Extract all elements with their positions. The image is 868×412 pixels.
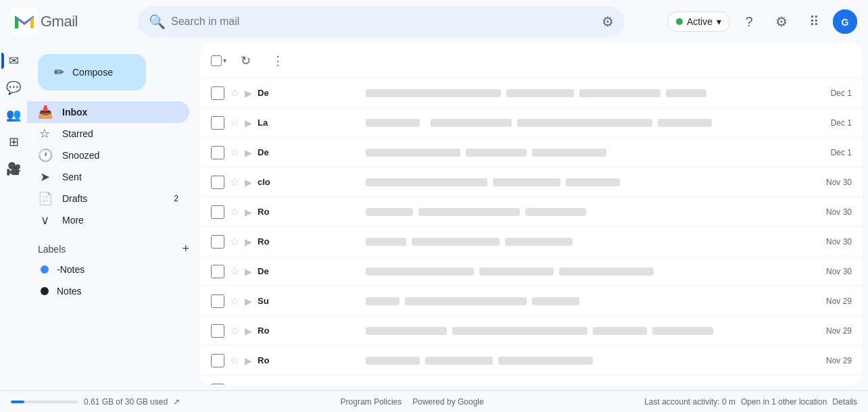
- select-dropdown-icon[interactable]: ▾: [223, 57, 226, 64]
- important-icon[interactable]: ▶: [245, 118, 252, 128]
- apps-button[interactable]: ⠿: [800, 8, 827, 35]
- table-row[interactable]: ☆ ▶ Ro Nov 29: [200, 316, 863, 346]
- sidebar-item-drafts[interactable]: 📄 Drafts 2: [27, 188, 189, 209]
- icon-nav-mail[interactable]: ✉: [1, 49, 26, 73]
- more-options-button[interactable]: ⋮: [264, 47, 291, 74]
- important-icon[interactable]: ▶: [245, 147, 252, 158]
- label-item-notes-blue[interactable]: -Notes: [38, 259, 189, 280]
- star-icon[interactable]: ☆: [230, 176, 239, 188]
- table-row[interactable]: ☆ ▶ clo Nov 30: [200, 168, 863, 197]
- email-checkbox[interactable]: [211, 235, 224, 249]
- details-link[interactable]: Details: [832, 397, 857, 407]
- important-icon[interactable]: ▶: [245, 296, 252, 307]
- refresh-button[interactable]: ↻: [232, 47, 259, 74]
- external-link-icon[interactable]: ↗: [173, 397, 180, 407]
- icon-nav-meet2[interactable]: 🎥: [1, 157, 26, 181]
- footer-storage: 0.61 GB of 30 GB used ↗: [11, 397, 180, 407]
- select-all-checkbox[interactable]: [211, 55, 222, 66]
- table-row[interactable]: ☆ ▶ De Dec 1: [200, 138, 863, 168]
- compose-button[interactable]: ✏ Compose: [38, 54, 146, 91]
- important-icon[interactable]: ▶: [245, 207, 252, 217]
- help-button[interactable]: ?: [736, 8, 763, 35]
- table-row[interactable]: ☆ ▶ Ro Nov 29: [200, 346, 863, 376]
- email-checkbox[interactable]: [211, 146, 224, 159]
- email-snippet-block: [517, 119, 652, 127]
- sidebar-item-more[interactable]: ∨ More: [27, 209, 189, 231]
- active-status-button[interactable]: Active ▾: [667, 11, 730, 32]
- sidebar-item-inbox[interactable]: 📥 Inbox: [27, 101, 189, 123]
- email-checkbox[interactable]: [211, 176, 224, 189]
- email-date: Nov 30: [818, 207, 852, 217]
- icon-nav-meet[interactable]: 👥: [1, 103, 26, 127]
- important-icon[interactable]: ▶: [245, 385, 252, 386]
- star-icon[interactable]: ☆: [230, 265, 239, 278]
- user-avatar-icon: G: [833, 9, 857, 34]
- sender-name: De: [258, 147, 366, 157]
- table-row[interactable]: ☆ ▶ Ro Nov 30: [200, 197, 863, 227]
- email-checkbox[interactable]: [211, 384, 224, 386]
- important-icon[interactable]: ▶: [245, 177, 252, 188]
- important-icon[interactable]: ▶: [245, 88, 252, 99]
- star-icon[interactable]: ☆: [230, 294, 239, 307]
- important-icon[interactable]: ▶: [245, 236, 252, 247]
- sidebar-item-snoozed[interactable]: 🕐 Snoozed: [27, 145, 189, 166]
- table-row[interactable]: ☆ ▶ Su Nov 29: [200, 286, 863, 316]
- star-icon[interactable]: ☆: [230, 116, 239, 129]
- search-input[interactable]: [171, 16, 596, 28]
- table-row[interactable]: ☆ ▶ La Dec 1: [200, 108, 863, 138]
- labels-section: Labels + -Notes Notes: [27, 231, 200, 305]
- star-icon[interactable]: ☆: [230, 146, 239, 159]
- email-checkbox[interactable]: [211, 265, 224, 278]
- icon-nav-spaces[interactable]: ⊞: [1, 130, 26, 154]
- sender-name: Ro: [258, 355, 366, 365]
- table-row[interactable]: ☆ ▶ Ro Nov 29: [200, 376, 863, 385]
- powered-by-google-link[interactable]: Powered by Google: [412, 397, 483, 407]
- table-row[interactable]: ☆ ▶ Ro Nov 30: [200, 227, 863, 257]
- star-icon[interactable]: ☆: [230, 86, 239, 99]
- star-icon[interactable]: ☆: [230, 384, 239, 385]
- email-checkbox[interactable]: [211, 116, 224, 130]
- topbar-right: Active ▾ ? ⚙ ⠿ G: [667, 8, 857, 35]
- footer: 0.61 GB of 30 GB used ↗ Program Policies…: [0, 390, 868, 412]
- sidebar-item-starred[interactable]: ☆ Starred: [27, 123, 189, 145]
- star-icon[interactable]: ☆: [230, 235, 239, 248]
- avatar[interactable]: G: [833, 9, 857, 34]
- labels-header: Labels +: [38, 236, 189, 259]
- labels-title: Labels: [38, 244, 66, 255]
- icon-nav-chat[interactable]: 💬: [1, 76, 26, 100]
- table-row[interactable]: ☆ ▶ De Nov 30: [200, 257, 863, 286]
- important-icon[interactable]: ▶: [245, 266, 252, 277]
- email-content: [366, 89, 813, 97]
- active-label: Active: [687, 16, 713, 27]
- settings-button[interactable]: ⚙: [768, 8, 795, 35]
- important-icon[interactable]: ▶: [245, 326, 252, 336]
- email-snippet-block: [366, 238, 406, 246]
- email-checkbox[interactable]: [211, 354, 224, 367]
- email-snippet-block: [532, 297, 579, 305]
- email-checkbox[interactable]: [211, 294, 224, 308]
- add-label-button[interactable]: +: [182, 242, 189, 256]
- table-row[interactable]: ☆ ▶ De Dec 1: [200, 78, 863, 108]
- email-checkbox[interactable]: [211, 324, 224, 338]
- star-icon[interactable]: ☆: [230, 354, 239, 367]
- sidebar-item-snoozed-label: Snoozed: [62, 150, 99, 161]
- email-checkbox[interactable]: [211, 205, 224, 219]
- email-snippet-block: [366, 357, 420, 365]
- sender-name: Ro: [258, 326, 366, 336]
- compose-label: Compose: [72, 67, 113, 78]
- label-item-notes-black[interactable]: Notes: [38, 280, 189, 302]
- sidebar-item-sent[interactable]: ➤ Sent: [27, 166, 189, 188]
- sender-name: De: [258, 266, 366, 276]
- sender-name: De: [258, 88, 366, 98]
- star-icon[interactable]: ☆: [230, 324, 239, 337]
- email-content: [366, 149, 813, 157]
- select-all-area[interactable]: ▾: [211, 55, 226, 66]
- program-policies-link[interactable]: Program Policies: [341, 397, 402, 407]
- email-checkbox[interactable]: [211, 86, 224, 100]
- email-date: Nov 30: [818, 267, 852, 276]
- star-icon[interactable]: ☆: [230, 205, 239, 218]
- search-options-icon[interactable]: ⚙: [602, 14, 614, 30]
- important-icon[interactable]: ▶: [245, 355, 252, 366]
- sender-name: Ro: [258, 207, 366, 217]
- svg-text:G: G: [842, 17, 849, 28]
